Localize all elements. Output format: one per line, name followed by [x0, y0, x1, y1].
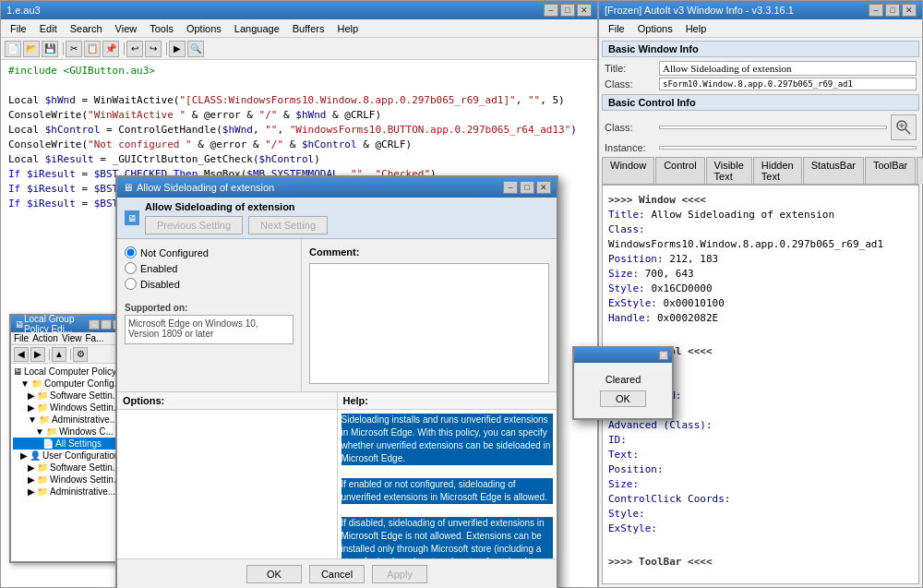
menu-file[interactable]: File [5, 22, 32, 35]
autowin-menu-file[interactable]: File [603, 22, 630, 35]
redo-btn[interactable]: ↪ [145, 41, 162, 57]
gpe-menu-file[interactable]: File [14, 333, 29, 343]
tree-software-settings[interactable]: ▶📁Software Settin... [13, 390, 126, 402]
up-btn[interactable]: ▲ [52, 347, 66, 362]
options-section: Options: [117, 392, 338, 558]
undo-btn[interactable]: ↩ [126, 41, 143, 57]
gpe-menu-view[interactable]: View [62, 333, 82, 343]
menu-buffers[interactable]: Buffers [287, 22, 330, 35]
autowin-menubar: File Options Help [599, 19, 922, 38]
finder-tool-btn[interactable] [891, 114, 917, 140]
tree-computer-config[interactable]: ▼📁Computer Config... [13, 378, 126, 390]
gpe-menu-action[interactable]: Action [32, 333, 58, 343]
back-btn[interactable]: ◀ [14, 347, 29, 362]
help-highlight-1: Sideloading installs and runs unverified… [342, 414, 554, 465]
cancel-btn[interactable]: Cancel [309, 565, 365, 583]
ctrl-advanced-row: Advanced (Class): [608, 418, 913, 433]
tab-mouse[interactable]: Mouse [917, 157, 923, 184]
policy-dialog-left: Not Configured Enabled Disabled Supporte… [117, 239, 302, 391]
radio-not-configured[interactable]: Not Configured [125, 246, 294, 258]
tab-toolbar[interactable]: ToolBar [865, 157, 916, 184]
open-btn[interactable]: 📂 [23, 41, 40, 57]
tree-windows-c[interactable]: ▼📁Windows C... [13, 426, 126, 438]
autowin-tabs: Window Control Visible Text Hidden Text … [602, 157, 919, 185]
menu-language[interactable]: Language [229, 22, 285, 35]
menu-search[interactable]: Search [65, 22, 108, 35]
policy-close[interactable]: ✕ [536, 181, 551, 194]
gpe-menu-fa[interactable]: Fa... [85, 333, 103, 343]
win-exstyle-row: ExStyle: 0x00010100 [608, 296, 913, 311]
radio-not-configured-input[interactable] [125, 246, 137, 258]
tab-window[interactable]: Window [602, 157, 654, 184]
tab-control[interactable]: Control [655, 157, 704, 184]
menu-tools[interactable]: Tools [144, 22, 179, 35]
tree-admin-templates[interactable]: ▼📁Administrative... [13, 414, 126, 426]
run-btn[interactable]: ▶ [169, 41, 186, 57]
gpe-minimize[interactable]: – [89, 319, 100, 330]
radio-disabled-label: Disabled [140, 279, 180, 290]
zoom-in-btn[interactable]: 🔍 [187, 41, 204, 57]
autowin-menu-options[interactable]: Options [632, 22, 678, 35]
tree-windows-settings[interactable]: ▶📁Windows Settin... [13, 402, 126, 414]
radio-enabled[interactable]: Enabled [125, 262, 294, 274]
tree-user-admin[interactable]: ▶📁Administrative... [13, 486, 126, 498]
paste-btn[interactable]: 📌 [102, 41, 119, 57]
basic-control-info-header: Basic Control Info [602, 94, 919, 111]
menu-view[interactable]: View [110, 22, 143, 35]
cleared-body: Cleared OK [574, 363, 672, 418]
policy-dialog-right: Comment: [302, 239, 557, 391]
tab-hidden-text[interactable]: Hidden Text [753, 157, 802, 184]
options-header: Options: [117, 392, 337, 410]
copy-btn[interactable]: 📋 [84, 41, 101, 57]
radio-group: Not Configured Enabled Disabled [125, 246, 294, 290]
autowin-close[interactable]: ✕ [902, 4, 917, 17]
menu-options[interactable]: Options [181, 22, 227, 35]
radio-enabled-input[interactable] [125, 262, 137, 274]
prev-setting-btn[interactable]: Previous Setting [145, 216, 243, 234]
tree-user-software[interactable]: ▶📁Software Settin... [13, 462, 126, 474]
toolbar-section: >>>> ToolBar <<<< [608, 555, 913, 570]
minimize-btn[interactable]: – [544, 4, 558, 17]
policy-maximize[interactable]: □ [520, 181, 534, 194]
gpe-menubar: File Action View Fa... [11, 332, 127, 345]
autowin-minimize[interactable]: – [869, 4, 883, 17]
autowin-menu-help[interactable]: Help [680, 22, 713, 35]
tab-statusbar[interactable]: StatusBar [803, 157, 864, 184]
close-btn[interactable]: ✕ [577, 4, 592, 17]
comment-textarea[interactable] [309, 263, 549, 384]
policy-dialog-bottom: Options: Help: Sideloading installs and … [117, 391, 557, 588]
gpe-maximize[interactable]: □ [101, 319, 112, 330]
autowin-titlebar: [Frozen] AutoIt v3 Window Info - v3.3.16… [599, 1, 922, 19]
ok-btn[interactable]: OK [246, 565, 302, 583]
next-setting-btn[interactable]: Next Setting [248, 216, 328, 234]
tab-visible-text[interactable]: Visible Text [706, 157, 752, 184]
policy-minimize[interactable]: – [503, 181, 518, 194]
radio-disabled[interactable]: Disabled [125, 278, 294, 290]
cut-btn[interactable]: ✂ [66, 41, 82, 57]
autowin-maximize[interactable]: □ [885, 4, 900, 17]
properties-btn[interactable]: ⚙ [73, 347, 88, 362]
cleared-ok-btn[interactable]: OK [600, 390, 646, 407]
tree-user-windows[interactable]: ▶📁Windows Settin... [13, 474, 126, 486]
supported-on-label: Supported on: [125, 303, 294, 313]
instance-label: Instance: [605, 142, 655, 153]
win-size-row: Size: 700, 643 [608, 267, 913, 282]
gpe-toolbar: ◀ ▶ ▲ ⚙ [11, 345, 127, 364]
cleared-close-btn[interactable]: ✕ [659, 351, 668, 360]
save-btn[interactable]: 💾 [42, 41, 58, 57]
title-value: Allow Sideloading of extension [659, 61, 917, 76]
radio-disabled-input[interactable] [125, 278, 137, 290]
forward-btn[interactable]: ▶ [30, 347, 45, 362]
policy-header-title: Allow Sideloading of extension [145, 201, 549, 212]
tree-user-config[interactable]: ▶👤User Configuration [13, 450, 126, 462]
cleared-message: Cleared [605, 374, 641, 385]
policy-dialog-footer: OK Cancel Apply [117, 559, 557, 588]
tree-local-computer[interactable]: 🖥Local Computer Policy [13, 366, 126, 378]
new-btn[interactable]: 📄 [5, 41, 21, 57]
menu-help[interactable]: Help [331, 22, 364, 35]
menu-edit[interactable]: Edit [34, 22, 63, 35]
window-section: >>>> Window <<<< [608, 193, 913, 208]
tree-all-settings[interactable]: 📄All Settings [13, 438, 126, 450]
maximize-btn[interactable]: □ [560, 4, 575, 17]
apply-btn[interactable]: Apply [372, 565, 427, 583]
